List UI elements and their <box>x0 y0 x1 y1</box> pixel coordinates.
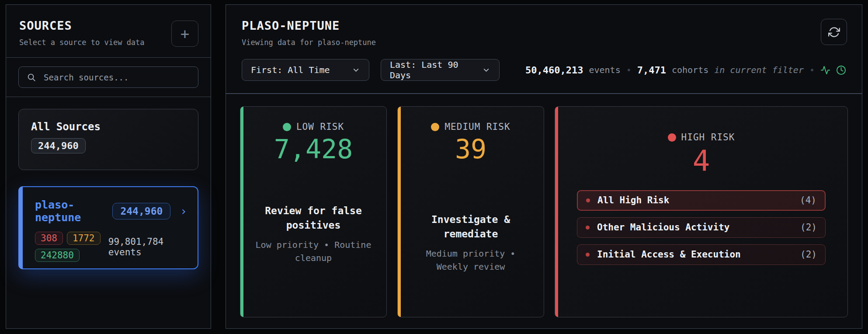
source-events-count: 99,801,784 events <box>108 237 187 257</box>
add-source-button[interactable]: + <box>171 21 198 47</box>
search-input[interactable] <box>44 73 190 82</box>
chevron-down-icon <box>352 66 360 74</box>
source-card-plaso-neptune[interactable]: plaso-neptune 244,960 › 308 1772 242880 … <box>18 186 198 269</box>
low-risk-value: 7,428 <box>274 135 353 164</box>
plus-icon: + <box>181 26 189 41</box>
dot-separator: • <box>626 65 632 75</box>
medium-risk-value: 39 <box>455 135 486 164</box>
refresh-icon <box>828 26 840 38</box>
medium-risk-label-row: MEDIUM RISK <box>431 122 510 132</box>
sources-header: SOURCES Select a source to view data + <box>6 5 211 57</box>
high-risk-item-initial-access[interactable]: Initial Access & Execution (2) <box>577 244 826 265</box>
filter-first-value: First: All Time <box>251 65 330 75</box>
sources-panel: SOURCES Select a source to view data + A… <box>6 4 211 329</box>
all-sources-card[interactable]: All Sources 244,960 <box>18 109 198 170</box>
refresh-button[interactable] <box>821 19 847 45</box>
risk-count-badges: 308 1772 242880 <box>35 232 108 262</box>
dot-separator: • <box>809 65 815 75</box>
high-risk-item-all[interactable]: All High Risk (4) <box>577 190 826 211</box>
all-sources-label: All Sources <box>31 121 186 133</box>
sources-title: SOURCES <box>19 19 198 32</box>
bullet-icon <box>586 226 590 230</box>
high-risk-count-badge: 308 <box>35 232 63 245</box>
clock-icon <box>836 65 846 75</box>
main-header-text: PLASO-NEPTUNE Viewing data for plaso-nep… <box>242 19 376 47</box>
medium-risk-label: MEDIUM RISK <box>444 122 510 132</box>
risk-card-high[interactable]: HIGH RISK 4 All High Risk (4) Other Mali… <box>555 106 848 317</box>
high-risk-dot-icon <box>668 133 676 142</box>
risk-card-low[interactable]: LOW RISK 7,428 Review for false positive… <box>240 106 387 317</box>
sources-list: All Sources 244,960 plaso-neptune 244,96… <box>6 97 211 328</box>
high-risk-item-other-malicious[interactable]: Other Malicious Activity (2) <box>577 217 826 238</box>
risk-card-medium[interactable]: MEDIUM RISK 39 Investigate & remediate M… <box>397 106 544 317</box>
filter-last-select[interactable]: Last: Last 90 Days <box>381 59 500 81</box>
high-risk-label: HIGH RISK <box>681 132 735 143</box>
low-risk-action: Review for false positives <box>250 204 377 233</box>
page-subtitle: Viewing data for plaso-neptune <box>242 38 376 47</box>
medium-risk-count-badge: 1772 <box>67 232 101 245</box>
filter-stats: 50,460,213 events • 7,471 cohorts in cur… <box>525 65 846 76</box>
item-count: (2) <box>800 249 817 260</box>
item-label: Initial Access & Execution <box>597 249 741 260</box>
page-title: PLASO-NEPTUNE <box>242 19 376 32</box>
search-area <box>6 58 211 97</box>
source-title-row: plaso-neptune 244,960 › <box>35 198 187 224</box>
filter-scope-note: in current filter <box>714 65 804 75</box>
medium-risk-action: Investigate & remediate <box>407 212 534 242</box>
low-risk-label-row: LOW RISK <box>283 122 344 132</box>
source-detail-row: 308 1772 242880 99,801,784 events <box>35 232 187 262</box>
high-risk-value: 4 <box>693 145 710 177</box>
medium-risk-dot-icon <box>431 123 439 131</box>
filter-last-value: Last: Last 90 Days <box>390 59 482 80</box>
medium-risk-detail: Medium priority • Weekly review <box>407 247 534 273</box>
source-count-badge: 244,960 <box>112 203 170 219</box>
low-risk-dot-icon <box>283 123 291 131</box>
cohorts-label: cohorts <box>672 65 708 75</box>
events-count: 50,460,213 <box>525 65 583 76</box>
all-sources-count-badge: 244,960 <box>31 138 86 153</box>
item-count: (2) <box>800 222 817 233</box>
bullet-icon <box>586 253 590 257</box>
events-label: events <box>589 65 620 75</box>
sources-subtitle: Select a source to view data <box>19 38 198 47</box>
filter-first-select[interactable]: First: All Time <box>242 59 369 81</box>
item-label: All High Risk <box>597 195 669 205</box>
source-name: plaso-neptune <box>35 198 104 224</box>
high-risk-items: All High Risk (4) Other Malicious Activi… <box>565 190 838 271</box>
search-box[interactable] <box>18 66 198 88</box>
selected-accent-bar <box>18 186 23 269</box>
cohorts-count: 7,471 <box>637 65 666 76</box>
low-risk-accent-bar <box>240 107 243 317</box>
chevron-down-icon <box>482 66 490 74</box>
activity-icon <box>820 65 830 75</box>
bullet-icon <box>586 198 590 202</box>
chevron-right-icon: › <box>180 205 187 218</box>
search-icon <box>27 73 36 82</box>
main-header: PLASO-NEPTUNE Viewing data for plaso-nep… <box>226 5 862 47</box>
medium-risk-accent-bar <box>398 107 401 317</box>
high-risk-accent-bar <box>555 107 558 317</box>
low-risk-count-badge: 242880 <box>35 249 80 262</box>
low-risk-detail: Low priority • Routine cleanup <box>250 238 377 264</box>
main-panel: PLASO-NEPTUNE Viewing data for plaso-nep… <box>226 4 862 329</box>
high-risk-label-row: HIGH RISK <box>668 132 735 143</box>
item-label: Other Malicious Activity <box>597 222 729 233</box>
filter-row: First: All Time Last: Last 90 Days 50,46… <box>226 47 862 81</box>
risk-cards-row: LOW RISK 7,428 Review for false positive… <box>226 94 862 328</box>
low-risk-label: LOW RISK <box>296 122 344 132</box>
item-count: (4) <box>800 195 816 205</box>
